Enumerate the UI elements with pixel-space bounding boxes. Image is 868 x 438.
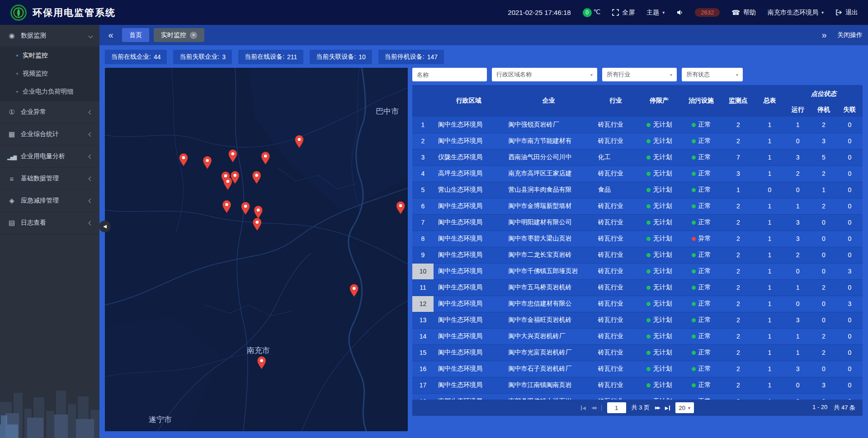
sidebar-item[interactable]: 视频监控 xyxy=(0,65,99,83)
table-row[interactable]: 13 阆中生态环境局 阆中市金福旺页岩机砖 砖瓦行业 无计划 正常 xyxy=(412,312,863,328)
theme-dropdown[interactable]: 主题 ▾ xyxy=(646,9,665,17)
fullscreen-button[interactable]: 全屏 xyxy=(612,9,635,17)
map-pin[interactable] xyxy=(222,200,231,213)
map-pin[interactable] xyxy=(254,206,262,218)
col-facility: 治污设施 xyxy=(680,85,722,117)
table-row[interactable]: 18 南部生态环境局 南部县双佛镇太洪页岩 砖瓦行业 无计划 正常 xyxy=(412,393,863,400)
temperature-badge: 0 xyxy=(583,8,592,17)
cell-run: 2 xyxy=(785,165,811,182)
map-pin[interactable] xyxy=(253,218,261,231)
cell-industry: 砖瓦行业 xyxy=(594,393,638,400)
map-pin[interactable] xyxy=(261,152,269,165)
chevron-left-icon: ◀ xyxy=(103,224,107,229)
help-button[interactable]: ☎ 帮助 xyxy=(731,9,756,17)
cell-facility: 异常 xyxy=(680,231,722,247)
name-filter-input[interactable] xyxy=(417,71,482,78)
cell-company: 阆中市南方节能建材有 xyxy=(504,133,593,149)
tab[interactable]: 首页 × xyxy=(122,28,149,42)
sidebar-item[interactable]: 实时监控 xyxy=(0,47,99,65)
table-row[interactable]: 6 阆中生态环境局 阆中市金博瑞新型墙材 砖瓦行业 无计划 正常 xyxy=(412,198,863,214)
chevron-icon xyxy=(89,132,93,137)
table-row[interactable]: 11 阆中生态环境局 阆中市五马桥页岩机砖 砖瓦行业 无计划 正常 xyxy=(412,279,863,296)
tab-close-icon[interactable]: × xyxy=(190,32,197,39)
bureau-dropdown[interactable]: 南充市生态环境局 ▾ xyxy=(768,9,824,17)
first-page-button[interactable]: ◀ xyxy=(581,405,586,410)
stats-bar: 当前在线企业: 44 当前失联企业: 3 当前在线设备: 211 当前失联设备:… xyxy=(105,50,863,64)
cell-region: 阆中生态环境局 xyxy=(434,296,504,312)
map-pin[interactable] xyxy=(241,202,250,215)
cell-run: 0 xyxy=(785,133,811,149)
map-pin[interactable] xyxy=(224,177,232,190)
table-row[interactable]: 9 阆中生态环境局 阆中市二龙长宝页岩砖 砖瓦行业 无计划 正常 xyxy=(412,247,863,263)
status-dot-icon xyxy=(692,286,696,290)
cell-region: 南部生态环境局 xyxy=(434,393,504,400)
cell-stop: 2 xyxy=(811,117,836,133)
sidebar-group-header[interactable]: 企业用电量分析 xyxy=(0,146,99,167)
prev-page-button[interactable]: ◀◀ xyxy=(591,405,596,410)
map-pin[interactable] xyxy=(179,154,188,166)
table-row[interactable]: 2 阆中生态环境局 阆中市南方节能建材有 砖瓦行业 无计划 正常 xyxy=(412,133,863,149)
tabs-scroll-right-button[interactable]: » xyxy=(818,30,830,40)
cell-meters: 0 xyxy=(755,182,785,198)
sidebar-group-header[interactable]: 数据监测 xyxy=(0,25,99,47)
status-dot-icon xyxy=(692,204,696,208)
sidebar-group-header[interactable]: 日志查看 xyxy=(0,212,99,234)
table-row[interactable]: 3 仪陇生态环境局 西南油气田分公司川中 化工 无计划 正常 xyxy=(412,149,863,165)
table-row[interactable]: 12 阆中生态环境局 阆中市忠信建材有限公 砖瓦行业 无计划 正常 xyxy=(412,296,863,312)
cell-industry: 砖瓦行业 xyxy=(594,312,638,328)
sidebar-group-header[interactable]: 应急减排管理 xyxy=(0,190,99,212)
stat-item: 当前停机设备: 147 xyxy=(378,50,444,64)
speaker-button[interactable] xyxy=(676,9,683,16)
map-pin[interactable] xyxy=(229,150,237,162)
sidebar-item[interactable]: 企业电力负荷明细 xyxy=(0,83,99,101)
map-pin[interactable] xyxy=(396,202,405,214)
cell-meters: 1 xyxy=(755,214,785,231)
region-filter-select[interactable]: 行政区域名称 ▾ xyxy=(492,68,597,81)
cell-facility: 正常 xyxy=(680,149,722,165)
status-dot-icon xyxy=(692,269,696,273)
sidebar-group-header[interactable]: 企业异常 xyxy=(0,101,99,123)
status-dot-icon xyxy=(692,123,696,127)
cell-run: 1 xyxy=(785,344,811,361)
tabs-scroll-left-button[interactable]: « xyxy=(105,30,117,40)
map-pin[interactable] xyxy=(253,171,261,184)
table-row[interactable]: 4 高坪生态环境局 南充市高坪区王家店建 砖瓦行业 无计划 正常 xyxy=(412,165,863,182)
page-input[interactable] xyxy=(607,402,626,413)
last-page-button[interactable]: ▶ xyxy=(665,405,670,410)
cell-run: 3 xyxy=(785,149,811,165)
cell-lost: 3 xyxy=(837,263,863,279)
status-filter-select[interactable]: 所有状态 ▾ xyxy=(682,68,743,81)
notification-count-badge[interactable]: 2632 xyxy=(695,8,720,17)
next-page-button[interactable]: ▶▶ xyxy=(655,405,660,410)
table-row[interactable]: 7 阆中生态环境局 阆中明阳建材有限公司 砖瓦行业 无计划 正常 xyxy=(412,214,863,231)
table-row[interactable]: 15 阆中生态环境局 阆中市光富页岩机砖厂 砖瓦行业 无计划 正常 xyxy=(412,344,863,361)
sidebar-group-label: 应急减排管理 xyxy=(21,197,59,205)
sidebar-group-header[interactable]: 企业综合统计 xyxy=(0,123,99,145)
status-dot-icon xyxy=(646,269,651,273)
tab[interactable]: 实时监控 × xyxy=(154,28,204,42)
sidebar-group-header[interactable]: 基础数据管理 xyxy=(0,168,99,189)
map-pin[interactable] xyxy=(258,357,266,369)
table-row[interactable]: 1 阆中生态环境局 阆中强锐页岩砖厂 砖瓦行业 无计划 正常 xyxy=(412,117,863,133)
page-size-select[interactable]: 20 ▾ xyxy=(675,402,694,413)
row-index: 14 xyxy=(412,328,434,344)
table-row[interactable]: 10 阆中生态环境局 阆中市千佛镇五郎垭页岩 砖瓦行业 无计划 正常 xyxy=(412,263,863,279)
cell-stop: 5 xyxy=(811,149,836,165)
bullet-icon xyxy=(16,55,18,57)
table-row[interactable]: 14 阆中生态环境局 阆中大兴页岩机砖厂 砖瓦行业 无计划 正常 xyxy=(412,328,863,344)
table-row[interactable]: 8 阆中生态环境局 阆中市枣碧大梁山页岩 砖瓦行业 无计划 异常 xyxy=(412,231,863,247)
logout-button[interactable]: 退出 xyxy=(835,9,858,17)
map-pin[interactable] xyxy=(203,156,212,169)
map-svg[interactable]: 巴中市南充市遂宁市 xyxy=(105,68,408,431)
cell-industry: 砖瓦行业 xyxy=(594,247,638,263)
close-operations-button[interactable]: 关闭操作 xyxy=(837,31,863,39)
sidebar-group-label: 企业用电量分析 xyxy=(21,152,65,160)
map-pin[interactable] xyxy=(350,284,358,297)
table-row[interactable]: 17 阆中生态环境局 阆中市江南镇阆南页岩 砖瓦行业 无计划 正常 xyxy=(412,377,863,393)
industry-filter-select[interactable]: 所有行业 ▾ xyxy=(602,68,677,81)
row-index: 13 xyxy=(412,312,434,328)
map-pin[interactable] xyxy=(231,171,239,184)
table-row[interactable]: 16 阆中生态环境局 阆中市石子页岩机砖厂 砖瓦行业 无计划 正常 xyxy=(412,361,863,377)
sidebar-collapse-handle[interactable]: ◀ xyxy=(99,221,111,232)
table-row[interactable]: 5 营山生态环境局 营山县润丰肉食品有限 食品 无计划 正常 xyxy=(412,182,863,198)
